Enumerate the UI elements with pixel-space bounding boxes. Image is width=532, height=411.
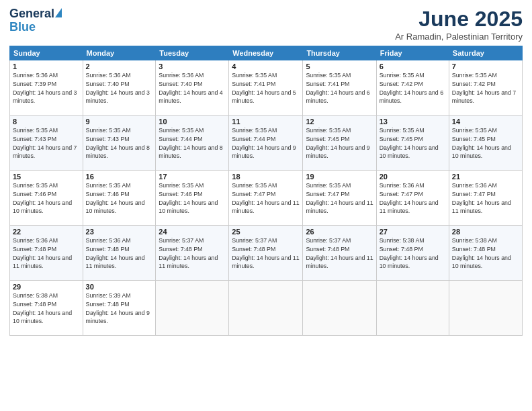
sunrise-text: Sunrise: 5:35 AM — [232, 127, 277, 134]
daylight-text: Daylight: 14 hours and 10 minutes. — [380, 144, 439, 160]
month-title: June 2025 — [395, 7, 523, 32]
day-info: Sunrise: 5:35 AM Sunset: 7:44 PM Dayligh… — [232, 126, 300, 161]
header: General Blue June 2025 Ar Ramadin, Pales… — [9, 7, 523, 42]
daylight-text: Daylight: 14 hours and 8 minutes. — [86, 144, 150, 160]
sunset-text: Sunset: 7:48 PM — [232, 246, 275, 253]
sunset-text: Sunset: 7:48 PM — [86, 301, 130, 308]
daylight-text: Daylight: 14 hours and 10 minutes. — [159, 199, 218, 215]
daylight-text: Daylight: 14 hours and 11 minutes. — [159, 255, 218, 270]
sunset-text: Sunset: 7:48 PM — [13, 246, 56, 253]
sunset-text: Sunset: 7:48 PM — [159, 246, 202, 253]
day-info: Sunrise: 5:35 AM Sunset: 7:42 PM Dayligh… — [380, 71, 446, 105]
calendar-header-row: Sunday Monday Tuesday Wednesday Thursday… — [10, 46, 523, 60]
calendar-cell: 26 Sunrise: 5:37 AM Sunset: 7:48 PM Dayl… — [303, 226, 376, 281]
col-wednesday: Wednesday — [229, 46, 303, 60]
day-number: 10 — [159, 118, 226, 126]
sunrise-text: Sunrise: 5:35 AM — [232, 72, 277, 79]
day-info: Sunrise: 5:35 AM Sunset: 7:41 PM Dayligh… — [306, 71, 373, 105]
day-info: Sunrise: 5:35 AM Sunset: 7:46 PM Dayligh… — [13, 181, 80, 216]
sunrise-text: Sunrise: 5:37 AM — [232, 237, 277, 244]
sunrise-text: Sunrise: 5:37 AM — [159, 237, 204, 244]
day-number: 6 — [380, 62, 446, 71]
daylight-text: Daylight: 14 hours and 5 minutes. — [232, 89, 296, 105]
calendar-cell: 12 Sunrise: 5:35 AM Sunset: 7:45 PM Dayl… — [303, 116, 376, 171]
col-tuesday: Tuesday — [156, 46, 229, 60]
col-friday: Friday — [376, 46, 449, 60]
sunrise-text: Sunrise: 5:37 AM — [306, 237, 351, 244]
sunrise-text: Sunrise: 5:35 AM — [13, 127, 58, 134]
calendar-cell: 11 Sunrise: 5:35 AM Sunset: 7:44 PM Dayl… — [229, 116, 303, 171]
calendar-week-4: 22 Sunrise: 5:36 AM Sunset: 7:48 PM Dayl… — [10, 226, 523, 281]
day-number: 30 — [86, 283, 153, 291]
calendar-cell: 29 Sunrise: 5:38 AM Sunset: 7:48 PM Dayl… — [10, 281, 83, 336]
calendar-week-2: 8 Sunrise: 5:35 AM Sunset: 7:43 PM Dayli… — [10, 116, 523, 171]
calendar-cell: 16 Sunrise: 5:35 AM Sunset: 7:46 PM Dayl… — [83, 171, 156, 226]
day-number: 11 — [232, 118, 300, 126]
sunset-text: Sunset: 7:48 PM — [452, 246, 496, 253]
day-number: 21 — [452, 173, 519, 181]
calendar-cell: 1 Sunrise: 5:36 AM Sunset: 7:39 PM Dayli… — [10, 60, 83, 116]
sunrise-text: Sunrise: 5:35 AM — [159, 182, 204, 189]
calendar-cell: 6 Sunrise: 5:35 AM Sunset: 7:42 PM Dayli… — [376, 60, 449, 116]
calendar-cell: 19 Sunrise: 5:35 AM Sunset: 7:47 PM Dayl… — [303, 171, 376, 226]
col-saturday: Saturday — [449, 46, 522, 60]
sunset-text: Sunset: 7:41 PM — [232, 81, 275, 87]
sunset-text: Sunset: 7:44 PM — [232, 136, 275, 142]
sunrise-text: Sunrise: 5:35 AM — [13, 182, 58, 189]
day-number: 9 — [86, 118, 153, 126]
sunset-text: Sunset: 7:42 PM — [452, 81, 496, 87]
calendar-week-5: 29 Sunrise: 5:38 AM Sunset: 7:48 PM Dayl… — [10, 281, 523, 336]
sunrise-text: Sunrise: 5:35 AM — [86, 127, 131, 134]
day-info: Sunrise: 5:35 AM Sunset: 7:46 PM Dayligh… — [86, 181, 153, 216]
day-number: 28 — [452, 228, 519, 236]
daylight-text: Daylight: 14 hours and 11 minutes. — [380, 199, 439, 215]
col-thursday: Thursday — [303, 46, 376, 60]
calendar-cell: 15 Sunrise: 5:35 AM Sunset: 7:46 PM Dayl… — [10, 171, 83, 226]
calendar-cell: 14 Sunrise: 5:35 AM Sunset: 7:45 PM Dayl… — [449, 116, 522, 171]
day-number: 12 — [306, 118, 373, 126]
calendar-cell: 17 Sunrise: 5:35 AM Sunset: 7:46 PM Dayl… — [156, 171, 229, 226]
day-info: Sunrise: 5:35 AM Sunset: 7:41 PM Dayligh… — [232, 71, 300, 105]
day-info: Sunrise: 5:36 AM Sunset: 7:40 PM Dayligh… — [159, 71, 226, 105]
daylight-text: Daylight: 14 hours and 9 minutes. — [86, 310, 150, 325]
daylight-text: Daylight: 14 hours and 11 minutes. — [13, 255, 72, 270]
sunset-text: Sunset: 7:48 PM — [86, 246, 130, 253]
sunrise-text: Sunrise: 5:35 AM — [380, 127, 425, 134]
daylight-text: Daylight: 14 hours and 7 minutes. — [13, 144, 77, 160]
sunrise-text: Sunrise: 5:36 AM — [13, 72, 58, 79]
sunrise-text: Sunrise: 5:38 AM — [13, 292, 58, 299]
calendar-cell: 3 Sunrise: 5:36 AM Sunset: 7:40 PM Dayli… — [156, 60, 229, 116]
day-info: Sunrise: 5:38 AM Sunset: 7:48 PM Dayligh… — [380, 236, 446, 271]
sunset-text: Sunset: 7:40 PM — [159, 81, 202, 87]
sunset-text: Sunset: 7:45 PM — [380, 136, 423, 142]
logo-triangle-icon — [55, 8, 62, 17]
calendar-cell — [229, 281, 303, 336]
sunrise-text: Sunrise: 5:36 AM — [380, 182, 425, 189]
logo: General Blue — [9, 7, 62, 33]
day-info: Sunrise: 5:36 AM Sunset: 7:39 PM Dayligh… — [13, 71, 80, 105]
day-info: Sunrise: 5:35 AM Sunset: 7:42 PM Dayligh… — [452, 71, 519, 105]
calendar-cell: 7 Sunrise: 5:35 AM Sunset: 7:42 PM Dayli… — [449, 60, 522, 116]
sunset-text: Sunset: 7:48 PM — [380, 246, 423, 253]
sunrise-text: Sunrise: 5:35 AM — [306, 182, 351, 189]
subtitle: Ar Ramadin, Palestinian Territory — [395, 32, 523, 42]
daylight-text: Daylight: 14 hours and 11 minutes. — [232, 255, 299, 270]
day-number: 14 — [452, 118, 519, 126]
calendar-cell: 25 Sunrise: 5:37 AM Sunset: 7:48 PM Dayl… — [229, 226, 303, 281]
calendar-cell: 13 Sunrise: 5:35 AM Sunset: 7:45 PM Dayl… — [376, 116, 449, 171]
sunset-text: Sunset: 7:41 PM — [306, 81, 349, 87]
sunrise-text: Sunrise: 5:35 AM — [380, 72, 425, 79]
day-number: 4 — [232, 62, 300, 71]
calendar-week-3: 15 Sunrise: 5:35 AM Sunset: 7:46 PM Dayl… — [10, 171, 523, 226]
logo-blue: Blue — [9, 21, 36, 33]
sunrise-text: Sunrise: 5:36 AM — [452, 182, 497, 189]
calendar-cell: 4 Sunrise: 5:35 AM Sunset: 7:41 PM Dayli… — [229, 60, 303, 116]
daylight-text: Daylight: 14 hours and 11 minutes. — [232, 199, 299, 215]
day-number: 13 — [380, 118, 446, 126]
daylight-text: Daylight: 14 hours and 8 minutes. — [159, 144, 222, 160]
day-info: Sunrise: 5:38 AM Sunset: 7:48 PM Dayligh… — [452, 236, 519, 271]
day-number: 1 — [13, 62, 80, 71]
day-number: 26 — [306, 228, 373, 236]
day-info: Sunrise: 5:35 AM Sunset: 7:46 PM Dayligh… — [159, 181, 226, 216]
sunset-text: Sunset: 7:48 PM — [13, 301, 56, 308]
